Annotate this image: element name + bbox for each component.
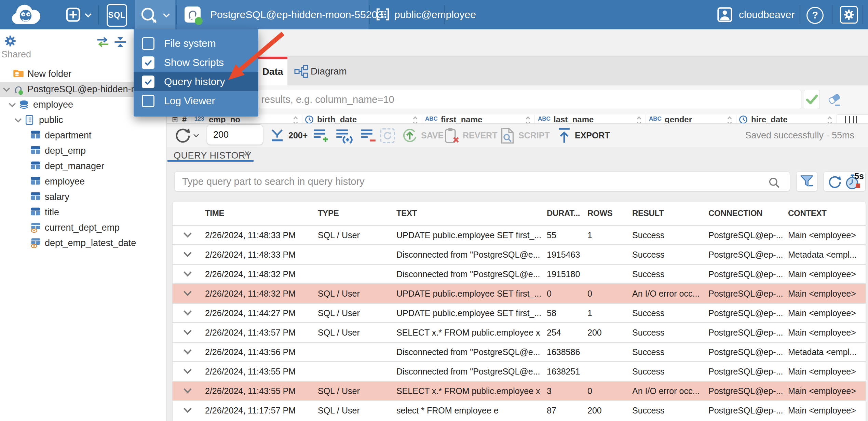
expand-chevron-icon[interactable]	[183, 310, 192, 317]
history-cell-duration: 87	[547, 401, 584, 420]
fetch-page-button[interactable]: 200+	[269, 124, 308, 147]
expand-chevron-icon[interactable]	[183, 290, 192, 298]
settings-button[interactable]	[840, 6, 858, 24]
history-cell-context: Main <employee>	[788, 323, 866, 342]
apply-filter-button[interactable]	[804, 90, 820, 109]
collapse-all-icon[interactable]	[113, 36, 127, 48]
tree-item-department[interactable]: department	[0, 128, 166, 143]
sql-editor-button[interactable]: SQL	[102, 0, 130, 29]
sort-icon[interactable]	[292, 116, 299, 123]
gear-icon[interactable]	[4, 35, 16, 47]
tab-diagram[interactable]: Diagram	[291, 57, 360, 86]
menu-item-query-history[interactable]: Query history	[134, 72, 258, 91]
history-row[interactable]: 2/26/2024, 11:17:57 PMSQL / Userselect *…	[173, 400, 866, 420]
grid-column-first-name[interactable]: ABCfirst_name	[422, 114, 535, 123]
history-row[interactable]: 2/26/2024, 11:48:33 PMDisconnected from …	[173, 244, 866, 264]
save-button[interactable]: SAVE	[402, 124, 444, 147]
tab-data[interactable]: Data	[258, 57, 287, 86]
history-row[interactable]: 2/26/2024, 11:43:55 PMDisconnected from …	[173, 361, 866, 381]
checkbox-checked-icon[interactable]	[142, 56, 154, 69]
history-cell-type: SQL / User	[318, 226, 393, 244]
refresh-result-button[interactable]	[174, 124, 199, 147]
history-row[interactable]: 2/26/2024, 11:48:33 PMSQL / UserUPDATE p…	[173, 225, 866, 244]
sort-icon[interactable]	[826, 116, 833, 123]
sync-connection-icon[interactable]	[96, 36, 110, 48]
history-cell-type: SQL / User	[318, 284, 393, 303]
history-column-context[interactable]: CONTEXT	[788, 202, 827, 225]
tab-query-history[interactable]: QUERY HISTORY	[174, 150, 252, 161]
user-menu-button[interactable]: cloudbeaver	[713, 0, 798, 29]
history-column-type[interactable]: TYPE	[318, 202, 339, 225]
delete-row-icon	[360, 128, 377, 144]
table-icon	[30, 176, 41, 187]
history-column-rows[interactable]: ROWS	[587, 202, 612, 225]
sort-icon[interactable]	[524, 116, 532, 123]
menu-item-file-system[interactable]: File system	[134, 34, 258, 53]
chevron-down-icon[interactable]	[8, 102, 17, 109]
expand-chevron-icon[interactable]	[183, 329, 192, 337]
history-row[interactable]: 2/26/2024, 11:48:32 PMDisconnected from …	[173, 264, 866, 283]
menu-item-log-viewer[interactable]: Log Viewer	[134, 91, 258, 110]
grid-column-birth-date[interactable]: birth_date	[302, 114, 422, 123]
schema-selector[interactable]: public@employee	[370, 0, 443, 29]
menu-item-show-scripts[interactable]: Show Scripts	[134, 53, 258, 72]
tree-item-dept-manager[interactable]: dept_manager	[0, 159, 166, 174]
auto-refresh-grid-button[interactable]	[379, 124, 396, 147]
grid-column-hire-date[interactable]: hire_date	[736, 114, 837, 123]
grid-column-gender[interactable]: ABCgender	[646, 114, 736, 123]
query-history-search-input[interactable]	[174, 172, 790, 191]
revert-button[interactable]: REVERT	[444, 124, 497, 147]
cloudbeaver-logo-icon[interactable]	[5, 0, 53, 29]
add-row-button[interactable]	[313, 124, 330, 147]
tree-item-dept-emp-latest-date[interactable]: dept_emp_latest_date	[0, 235, 166, 251]
export-button[interactable]: EXPORT	[557, 124, 610, 147]
expand-chevron-icon[interactable]	[183, 388, 192, 395]
close-icon[interactable]: ×	[244, 148, 250, 159]
sort-icon[interactable]	[411, 116, 419, 123]
tree-item-title[interactable]: title	[0, 205, 166, 220]
tree-item-current-dept-emp[interactable]: current_dept_emp	[0, 220, 166, 235]
tree-item-salary[interactable]: salary	[0, 189, 166, 205]
checkbox-checked-icon[interactable]	[142, 76, 154, 88]
history-row[interactable]: 2/26/2024, 11:43:56 PMDisconnected from …	[173, 342, 866, 361]
history-row[interactable]: 2/26/2024, 11:43:55 PMSQL / UserSELECT x…	[173, 381, 866, 400]
filter-expression-input[interactable]	[171, 90, 801, 109]
checkbox-unchecked-icon[interactable]	[142, 37, 154, 50]
delete-row-button[interactable]	[360, 124, 377, 147]
expand-chevron-icon[interactable]	[183, 271, 192, 278]
clear-filter-button[interactable]	[826, 92, 842, 107]
history-row[interactable]: 2/26/2024, 11:48:32 PMSQL / UserUPDATE p…	[173, 283, 866, 303]
history-column-connection[interactable]: CONNECTION	[708, 202, 762, 225]
tree-item-dept-emp[interactable]: dept_emp	[0, 143, 166, 159]
expand-chevron-icon[interactable]	[183, 407, 192, 415]
chevron-down-icon[interactable]	[14, 118, 23, 124]
checkbox-unchecked-icon[interactable]	[142, 95, 154, 107]
expand-chevron-icon[interactable]	[183, 349, 192, 356]
history-row[interactable]: 2/26/2024, 11:44:27 PMSQL / UserUPDATE p…	[173, 303, 866, 322]
row-limit-input[interactable]	[207, 124, 263, 145]
new-object-button[interactable]	[60, 0, 96, 29]
sort-icon[interactable]	[635, 116, 643, 123]
refresh-icon[interactable]	[827, 175, 842, 190]
history-cell-duration: 1915463	[547, 245, 584, 264]
history-cell-time: 2/26/2024, 11:48:32 PM	[205, 265, 314, 283]
duplicate-row-button[interactable]	[335, 124, 353, 147]
select-all-icon[interactable]: ⊞	[172, 116, 178, 123]
chevron-down-icon[interactable]	[2, 87, 11, 94]
history-column-time[interactable]: TIME	[205, 202, 224, 225]
expand-chevron-icon[interactable]	[183, 251, 192, 259]
tree-item-employee[interactable]: employee	[0, 174, 166, 189]
help-button[interactable]: ?	[806, 7, 824, 24]
history-column-result[interactable]: RESULT	[632, 202, 664, 225]
connection-selector[interactable]: PostgreSQL@ep-hidden-moon-55203	[177, 0, 368, 29]
history-row[interactable]: 2/26/2024, 11:43:57 PMSQL / UserSELECT x…	[173, 322, 866, 342]
history-column-text[interactable]: TEXT	[396, 202, 417, 225]
sort-icon[interactable]	[726, 116, 733, 123]
grid-column-last-name[interactable]: ABClast_name	[534, 114, 646, 123]
tools-menu-button[interactable]	[135, 0, 175, 29]
history-filter-button[interactable]	[796, 172, 817, 191]
script-button[interactable]: SCRIPT	[500, 124, 550, 147]
expand-chevron-icon[interactable]	[183, 232, 192, 239]
history-column-duration[interactable]: DURAT...	[547, 202, 580, 225]
expand-chevron-icon[interactable]	[183, 368, 192, 376]
